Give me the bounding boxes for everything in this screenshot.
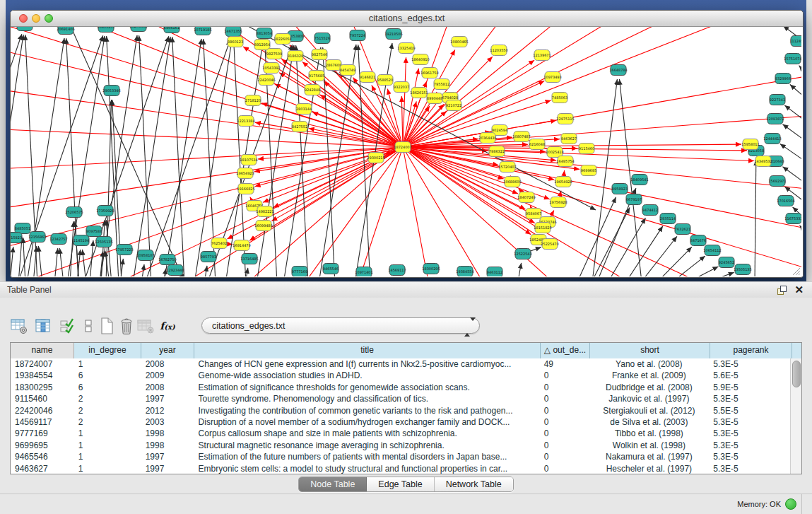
cell-year[interactable]: 1997 <box>141 451 194 462</box>
cell-name[interactable]: 9777169 <box>11 428 74 439</box>
graph-edge[interactable] <box>323 47 335 276</box>
graph-node[interactable]: 10655257 <box>97 27 114 33</box>
cell-pagerank[interactable]: 5.3E-5 <box>709 416 791 428</box>
column-header-name[interactable]: name <box>11 343 74 358</box>
graph-node[interactable]: 18226058 <box>273 34 291 45</box>
cell-title[interactable]: Corpus callosum shape and size in male p… <box>194 428 540 439</box>
graph-node[interactable]: 29300215 <box>367 153 384 163</box>
graph-edge[interactable] <box>11 247 13 276</box>
graph-node[interactable]: 16099489 <box>254 221 272 231</box>
cell-year[interactable]: 1997 <box>141 463 194 474</box>
graph-node[interactable]: 19654923 <box>236 168 254 179</box>
graph-edge[interactable] <box>401 96 403 147</box>
cell-in_degree[interactable]: 1 <box>74 428 141 439</box>
graph-node[interactable]: 10543392 <box>262 63 280 74</box>
graph-node[interactable]: 14349532 <box>754 156 772 167</box>
graph-node[interactable]: 18407249 <box>517 192 535 203</box>
cell-short[interactable]: Dudbridge et al. (2008) <box>589 382 710 393</box>
graph-edge[interactable] <box>54 248 58 276</box>
cell-in_degree[interactable]: 2 <box>74 393 141 404</box>
graph-node[interactable]: 10958107 <box>136 250 154 261</box>
table-row[interactable]: 969969511998Structural magnetic resonanc… <box>11 440 791 451</box>
graph-edge[interactable] <box>403 147 801 192</box>
table-row[interactable]: 977716911998Corpus callosum shape and si… <box>11 428 791 439</box>
graph-edge[interactable] <box>699 272 734 276</box>
graph-node[interactable]: 12093872 <box>766 114 784 124</box>
graph-node[interactable]: 25225470 <box>541 239 558 250</box>
cell-short[interactable]: Nakamura et al. (1997) <box>589 451 710 462</box>
column-header-pagerank[interactable]: pagerank <box>710 343 792 358</box>
graph-node[interactable]: 2405572 <box>17 27 33 31</box>
cell-title[interactable]: Structural magnetic resonance image aver… <box>194 440 540 451</box>
graph-node[interactable]: 9588520 <box>377 75 393 86</box>
graph-node[interactable]: 17359928 <box>96 206 114 216</box>
graph-node[interactable]: 9242848 <box>305 85 320 95</box>
table-row[interactable]: 1872400712008Changes of HCN gene express… <box>11 358 791 370</box>
cell-out_degree[interactable]: 0 <box>540 463 589 474</box>
graph-edge[interactable] <box>170 27 403 147</box>
graph-node[interactable]: 12923448 <box>166 265 184 276</box>
graph-node[interactable]: 20364436 <box>478 133 496 144</box>
graph-node[interactable]: 11124540 <box>789 36 801 47</box>
cell-pagerank[interactable]: 5.3E-5 <box>709 440 791 451</box>
cell-out_degree[interactable]: 49 <box>540 358 589 370</box>
graph-node[interactable]: 19218506 <box>384 29 402 40</box>
function-builder-button[interactable]: f(x) <box>157 316 178 336</box>
graph-node[interactable]: 8186328 <box>288 51 303 62</box>
graph-node[interactable]: 6679197 <box>626 194 642 205</box>
graph-edge[interactable] <box>592 79 617 276</box>
cell-name[interactable]: 14569117 <box>11 416 74 428</box>
tab-node-table[interactable]: Node Table <box>299 477 367 491</box>
graph-node[interactable]: 17016504 <box>777 196 794 206</box>
graph-edge[interactable] <box>403 147 801 276</box>
graph-node[interactable]: 11203550 <box>490 45 507 56</box>
table-select-combo[interactable]: citations_edges.txt <box>201 317 480 334</box>
graph-node[interactable]: 9097588 <box>86 226 102 237</box>
cell-title[interactable]: Changes of HCN gene expression and I(f) … <box>194 358 540 370</box>
graph-node[interactable]: 8990448 <box>427 93 442 104</box>
cell-pagerank[interactable]: 5.5E-5 <box>709 405 791 416</box>
graph-node[interactable]: 12975115 <box>556 114 574 124</box>
column-header-title[interactable]: title <box>194 343 541 358</box>
graph-edge[interactable] <box>669 256 705 276</box>
graph-edge[interactable] <box>255 122 403 147</box>
destroy-table-button[interactable] <box>135 316 156 336</box>
graph-node[interactable]: 18151825 <box>534 223 551 233</box>
graph-node[interactable]: 10654112 <box>703 245 721 256</box>
graph-node[interactable]: 6216048 <box>529 139 545 150</box>
cell-in_degree[interactable]: 1 <box>74 440 141 451</box>
graph-node[interactable]: 9329966 <box>775 74 791 84</box>
graph-edge[interactable] <box>133 37 170 276</box>
cell-name[interactable]: 18724007 <box>11 358 74 370</box>
cell-title[interactable]: Estimation of significance thresholds fo… <box>194 382 540 393</box>
graph-node[interactable]: 14671355 <box>224 27 242 37</box>
cell-title[interactable]: Estimation of the future numbers of pati… <box>194 451 540 462</box>
cell-in_degree[interactable]: 2 <box>74 416 141 428</box>
graph-node[interactable]: 2718120 <box>245 95 261 106</box>
graph-edge[interactable] <box>38 246 42 276</box>
cell-out_degree[interactable]: 0 <box>540 382 589 393</box>
table-mode-button[interactable] <box>8 316 30 336</box>
graph-node[interactable]: 16495754 <box>556 156 574 167</box>
graph-node[interactable]: 18107534 <box>240 155 257 165</box>
graph-edge[interactable] <box>517 263 522 276</box>
graph-node[interactable]: 9584067 <box>526 209 541 219</box>
network-window[interactable]: citations_edges.txt 24055722069140610655… <box>10 10 804 278</box>
graph-node[interactable]: 19756928 <box>549 197 567 208</box>
graph-edge[interactable] <box>654 247 692 276</box>
graph-edge[interactable] <box>23 238 25 276</box>
graph-node[interactable]: 16961758 <box>420 68 438 78</box>
cell-year[interactable]: 2012 <box>141 405 194 416</box>
table-row[interactable]: 2242004622012Investigating the contribut… <box>11 405 791 416</box>
graph-node[interactable]: 18724007 <box>394 142 411 153</box>
close-panel-icon[interactable]: ✕ <box>794 284 804 296</box>
cell-year[interactable]: 2003 <box>141 416 194 428</box>
graph-node[interactable]: 2935114 <box>660 214 676 224</box>
graph-node[interactable]: 9245652 <box>719 257 734 268</box>
graph-node[interactable]: 17957223 <box>115 245 133 255</box>
cell-title[interactable]: Investigating the contribution of common… <box>194 405 540 416</box>
graph-node[interactable]: 14569117 <box>388 265 406 276</box>
scrollbar-thumb[interactable] <box>792 361 801 387</box>
cell-pagerank[interactable]: 5.3E-5 <box>709 393 791 404</box>
graph-edge[interactable] <box>11 27 403 147</box>
